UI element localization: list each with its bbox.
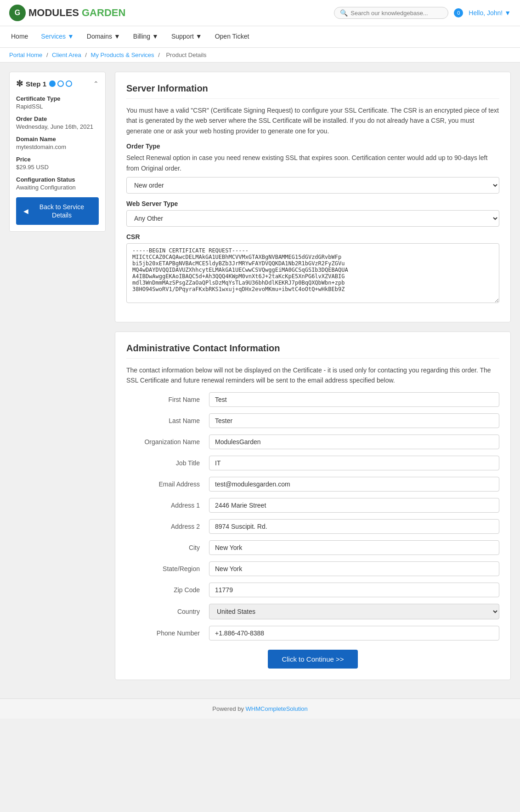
state-row: State/Region xyxy=(126,561,499,576)
zip-input[interactable] xyxy=(209,583,499,597)
nav-support[interactable]: Support ▼ xyxy=(170,26,204,47)
logo-modules-text: MODULES xyxy=(28,7,79,19)
hello-user: Hello, John! ▼ xyxy=(469,9,511,17)
submit-btn-wrapper: Click to Continue >> xyxy=(126,650,499,669)
order-type-label: Order Type xyxy=(126,143,499,150)
step-collapse-icon[interactable]: ⌃ xyxy=(93,80,99,87)
user-dropdown-arrow[interactable]: ▼ xyxy=(504,9,511,17)
address2-row: Address 2 xyxy=(126,519,499,534)
nav-services-dropdown: Services ▼ xyxy=(39,26,75,47)
first-name-input[interactable] xyxy=(209,392,499,407)
admin-contact-panel: Administrative Contact Information The c… xyxy=(115,332,511,680)
breadcrumb-my-products[interactable]: My Products & Services xyxy=(91,51,154,58)
zip-label: Zip Code xyxy=(126,586,209,594)
main-content: Server Information You must have a valid… xyxy=(115,72,511,689)
nav-billing[interactable]: Billing ▼ xyxy=(131,26,160,47)
address1-label: Address 1 xyxy=(126,502,209,509)
step-header: ✼ Step 1 ⌃ xyxy=(16,79,99,89)
sidebar-field-order-date: Order Date Wednesday, June 16th, 2021 xyxy=(16,115,99,130)
page-content: ✼ Step 1 ⌃ Certificate Type RapidSSL Ord… xyxy=(0,63,520,698)
job-title-input-wrapper xyxy=(209,456,499,470)
admin-contact-description: The contact information below will not b… xyxy=(126,365,499,386)
city-input[interactable] xyxy=(209,540,499,555)
phone-row: Phone Number xyxy=(126,626,499,640)
csr-group: CSR -----BEGIN CERTIFICATE REQUEST----- … xyxy=(126,233,499,304)
org-name-row: Organization Name xyxy=(126,435,499,449)
footer-link[interactable]: WHMCompleteSolution xyxy=(246,705,308,712)
order-type-select[interactable]: New order Renewal xyxy=(126,177,499,194)
last-name-input-wrapper xyxy=(209,413,499,428)
nav-domains[interactable]: Domains ▼ xyxy=(85,26,122,47)
step-dot-2 xyxy=(57,80,64,87)
address2-label: Address 2 xyxy=(126,523,209,530)
main-nav: Home Services ▼ Domains ▼ Billing ▼ Supp… xyxy=(0,26,520,48)
state-label: State/Region xyxy=(126,565,209,572)
web-server-select[interactable]: Any Other Apache Nginx IIS xyxy=(126,210,499,227)
breadcrumb: Portal Home / Client Area / My Products … xyxy=(0,48,520,63)
state-input[interactable] xyxy=(209,561,499,576)
email-row: Email Address xyxy=(126,477,499,492)
search-input[interactable] xyxy=(350,10,442,17)
address2-input-wrapper xyxy=(209,519,499,534)
address1-input-wrapper xyxy=(209,498,499,513)
nav-domains-dropdown: Domains ▼ xyxy=(85,26,122,47)
back-arrow-icon: ◀ xyxy=(23,207,28,215)
breadcrumb-client-area[interactable]: Client Area xyxy=(52,51,81,58)
server-info-title: Server Information xyxy=(126,83,499,99)
nav-billing-dropdown: Billing ▼ xyxy=(131,26,160,47)
sidebar-field-config-status: Configuration Status Awaiting Configurat… xyxy=(16,176,99,191)
zip-input-wrapper xyxy=(209,583,499,597)
address1-input[interactable] xyxy=(209,498,499,513)
nav-home[interactable]: Home xyxy=(9,26,30,47)
sidebar-field-price: Price $29.95 USD xyxy=(16,156,99,171)
web-server-label: Web Server Type xyxy=(126,200,499,207)
email-input-wrapper xyxy=(209,477,499,492)
phone-input[interactable] xyxy=(209,626,499,640)
breadcrumb-product-details: Product Details xyxy=(166,51,206,58)
logo-icon: G xyxy=(9,5,26,21)
city-label: City xyxy=(126,544,209,551)
step-dot-3 xyxy=(66,80,72,87)
first-name-label: First Name xyxy=(126,396,209,403)
logo-garden-text: GARDEN xyxy=(82,7,125,19)
last-name-input[interactable] xyxy=(209,413,499,428)
org-name-label: Organization Name xyxy=(126,438,209,446)
server-information-panel: Server Information You must have a valid… xyxy=(115,72,511,322)
step-icon-star: ✼ xyxy=(16,79,23,89)
sidebar-field-cert-type: Certificate Type RapidSSL xyxy=(16,95,99,110)
search-box[interactable]: 🔍 xyxy=(334,7,448,19)
address2-input[interactable] xyxy=(209,519,499,534)
sidebar-field-domain-name: Domain Name mytestdomain.com xyxy=(16,136,99,150)
csr-textarea[interactable]: -----BEGIN CERTIFICATE REQUEST----- MIIC… xyxy=(126,243,499,303)
sidebar-panel: ✼ Step 1 ⌃ Certificate Type RapidSSL Ord… xyxy=(9,72,106,232)
csr-label: CSR xyxy=(126,233,499,240)
click-to-continue-button[interactable]: Click to Continue >> xyxy=(268,650,357,669)
search-icon: 🔍 xyxy=(340,9,348,17)
nav-support-dropdown: Support ▼ xyxy=(170,26,204,47)
cart-badge[interactable]: 0 xyxy=(454,8,463,17)
email-input[interactable] xyxy=(209,477,499,492)
address1-row: Address 1 xyxy=(126,498,499,513)
sidebar: ✼ Step 1 ⌃ Certificate Type RapidSSL Ord… xyxy=(9,72,106,689)
email-label: Email Address xyxy=(126,480,209,488)
order-type-description: Select Renewal option in case you need r… xyxy=(126,153,499,173)
job-title-row: Job Title xyxy=(126,456,499,470)
country-select-wrapper: United States United Kingdom Canada Germ… xyxy=(209,604,499,619)
back-to-service-details-button[interactable]: ◀ Back to Service Details xyxy=(16,197,99,225)
footer: Powered by WHMCompleteSolution xyxy=(0,698,520,719)
first-name-row: First Name xyxy=(126,392,499,407)
job-title-input[interactable] xyxy=(209,456,499,470)
first-name-input-wrapper xyxy=(209,392,499,407)
step-title: ✼ Step 1 xyxy=(16,79,72,89)
org-name-input-wrapper xyxy=(209,435,499,449)
server-info-description: You must have a valid "CSR" (Certificate… xyxy=(126,105,499,136)
nav-open-ticket[interactable]: Open Ticket xyxy=(213,26,251,47)
web-server-group: Web Server Type Any Other Apache Nginx I… xyxy=(126,200,499,227)
country-row: Country United States United Kingdom Can… xyxy=(126,604,499,619)
step-dot-1 xyxy=(49,80,56,87)
country-select[interactable]: United States United Kingdom Canada Germ… xyxy=(209,604,499,619)
city-row: City xyxy=(126,540,499,555)
nav-services[interactable]: Services ▼ xyxy=(39,26,75,47)
breadcrumb-portal-home[interactable]: Portal Home xyxy=(9,51,42,58)
org-name-input[interactable] xyxy=(209,435,499,449)
